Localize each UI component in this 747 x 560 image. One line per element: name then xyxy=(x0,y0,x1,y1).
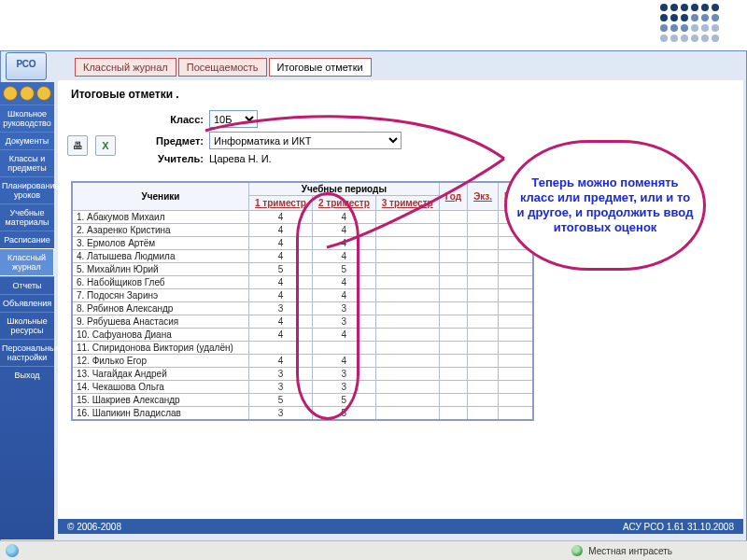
print-icon[interactable]: 🖶 xyxy=(67,135,88,156)
grade-cell[interactable]: 3 xyxy=(249,302,313,315)
grade-cell[interactable] xyxy=(499,302,534,315)
grade-cell[interactable] xyxy=(468,394,499,407)
grade-cell[interactable]: 5 xyxy=(312,263,375,276)
grade-cell[interactable] xyxy=(375,302,439,315)
grade-cell[interactable] xyxy=(468,329,499,342)
grade-cell[interactable] xyxy=(499,276,534,289)
grade-cell[interactable] xyxy=(499,342,534,355)
grade-cell[interactable]: 4 xyxy=(249,276,313,289)
grade-cell[interactable]: 4 xyxy=(249,315,313,329)
grade-cell[interactable] xyxy=(439,237,468,250)
grade-cell[interactable]: 4 xyxy=(249,224,313,237)
grade-cell[interactable] xyxy=(439,407,468,421)
grade-cell[interactable] xyxy=(468,381,499,394)
sidebar-item-6[interactable]: Классный журнал xyxy=(0,248,54,276)
grade-cell[interactable]: 3 xyxy=(249,381,313,394)
grade-cell[interactable] xyxy=(439,263,468,276)
grade-cell[interactable] xyxy=(468,315,499,329)
grade-cell[interactable] xyxy=(375,237,439,250)
grade-cell[interactable] xyxy=(468,250,499,263)
grade-cell[interactable] xyxy=(468,289,499,302)
sidebar-item-8[interactable]: Объявления xyxy=(0,294,54,312)
grade-cell[interactable]: 4 xyxy=(249,237,313,250)
grade-cell[interactable]: 4 xyxy=(312,289,375,302)
grade-cell[interactable] xyxy=(499,289,534,302)
grade-cell[interactable] xyxy=(375,394,439,407)
grade-cell[interactable] xyxy=(375,276,439,289)
grade-cell[interactable]: 4 xyxy=(249,329,313,342)
grade-cell[interactable]: 4 xyxy=(249,211,313,224)
grade-cell[interactable] xyxy=(499,329,534,342)
grade-cell[interactable] xyxy=(439,302,468,315)
grade-cell[interactable]: 4 xyxy=(312,211,375,224)
grade-cell[interactable]: 5 xyxy=(312,407,375,421)
grade-cell[interactable] xyxy=(499,368,534,381)
col-trimester-1[interactable]: 1 триместр xyxy=(249,196,313,211)
grade-cell[interactable] xyxy=(499,407,534,421)
grade-cell[interactable] xyxy=(439,250,468,263)
grade-cell[interactable] xyxy=(375,289,439,302)
user-icon[interactable] xyxy=(20,86,35,101)
grade-cell[interactable] xyxy=(468,342,499,355)
grade-cell[interactable]: 3 xyxy=(312,315,375,329)
tab-journal[interactable]: Классный журнал xyxy=(75,58,176,77)
grade-cell[interactable] xyxy=(375,250,439,263)
grade-cell[interactable] xyxy=(499,381,534,394)
grade-cell[interactable]: 4 xyxy=(249,289,313,302)
grade-cell[interactable] xyxy=(468,407,499,421)
grade-cell[interactable] xyxy=(499,315,534,329)
grade-cell[interactable] xyxy=(375,381,439,394)
class-select[interactable]: 10Б xyxy=(209,110,258,128)
grade-cell[interactable] xyxy=(249,342,313,355)
grade-cell[interactable] xyxy=(468,211,499,224)
grade-cell[interactable] xyxy=(375,263,439,276)
grade-cell[interactable] xyxy=(375,355,439,368)
grade-cell[interactable] xyxy=(439,315,468,329)
grade-cell[interactable] xyxy=(468,237,499,250)
grade-cell[interactable] xyxy=(375,315,439,329)
sidebar-item-2[interactable]: Классы и предметы xyxy=(0,149,54,176)
grade-cell[interactable] xyxy=(499,250,534,263)
grade-cell[interactable] xyxy=(375,407,439,421)
grade-cell[interactable] xyxy=(439,211,468,224)
sidebar-item-5[interactable]: Расписание xyxy=(0,231,54,248)
grade-cell[interactable] xyxy=(499,263,534,276)
grade-cell[interactable]: 3 xyxy=(312,302,375,315)
grade-cell[interactable] xyxy=(375,342,439,355)
grade-cell[interactable]: 5 xyxy=(249,394,313,407)
grade-cell[interactable] xyxy=(468,224,499,237)
grade-cell[interactable]: 3 xyxy=(312,368,375,381)
subject-select[interactable]: Информатика и ИКТ xyxy=(209,132,402,149)
help-icon[interactable] xyxy=(36,86,51,101)
sidebar-item-11[interactable]: Выход xyxy=(0,366,54,384)
grade-cell[interactable]: 5 xyxy=(249,263,313,276)
grade-cell[interactable] xyxy=(439,289,468,302)
sidebar-item-3[interactable]: Планирование уроков xyxy=(0,176,54,203)
sidebar-item-0[interactable]: Школьное руководство xyxy=(0,105,54,132)
col-trimester-3[interactable]: 3 триместр xyxy=(375,196,439,211)
grade-cell[interactable]: 4 xyxy=(249,355,313,368)
sidebar-item-7[interactable]: Отчеты xyxy=(0,276,54,294)
grade-cell[interactable] xyxy=(375,368,439,381)
grade-cell[interactable]: 4 xyxy=(312,237,375,250)
grade-cell[interactable] xyxy=(439,355,468,368)
grade-cell[interactable]: 4 xyxy=(249,250,313,263)
grade-cell[interactable]: 3 xyxy=(249,407,313,421)
sidebar-item-9[interactable]: Школьные ресурсы xyxy=(0,312,54,339)
grade-cell[interactable] xyxy=(439,276,468,289)
grade-cell[interactable] xyxy=(499,355,534,368)
sidebar-item-1[interactable]: Документы xyxy=(0,132,54,149)
grade-cell[interactable] xyxy=(439,329,468,342)
grade-cell[interactable] xyxy=(468,368,499,381)
grade-cell[interactable]: 5 xyxy=(312,394,375,407)
grade-cell[interactable] xyxy=(439,224,468,237)
grade-cell[interactable] xyxy=(468,276,499,289)
col-trimester-2[interactable]: 2 триместр xyxy=(312,196,375,211)
grade-cell[interactable] xyxy=(468,263,499,276)
grade-cell[interactable] xyxy=(375,211,439,224)
tab-final-grades[interactable]: Итоговые отметки xyxy=(269,58,372,77)
col-year[interactable]: Год xyxy=(439,182,468,211)
grade-cell[interactable]: 4 xyxy=(312,224,375,237)
grade-cell[interactable]: 4 xyxy=(312,355,375,368)
grade-cell[interactable] xyxy=(375,329,439,342)
